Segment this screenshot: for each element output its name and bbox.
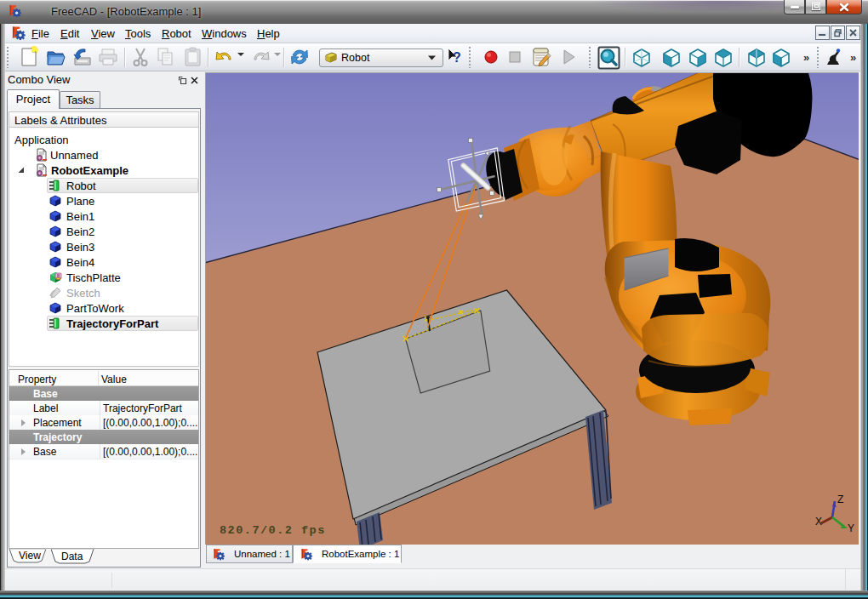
svg-text:Y: Y: [848, 522, 854, 534]
svg-text:Z: Z: [837, 493, 843, 505]
svg-text:820.7/0.2 fps: 820.7/0.2 fps: [220, 524, 326, 537]
svg-text:»: »: [803, 51, 809, 64]
svg-text:?: ?: [453, 50, 461, 65]
svg-text:View: View: [19, 550, 41, 562]
svg-text:»: »: [850, 51, 856, 64]
svg-text:Data: Data: [61, 551, 83, 562]
svg-text:Robot: Robot: [341, 52, 370, 64]
svg-text:X: X: [815, 516, 822, 528]
